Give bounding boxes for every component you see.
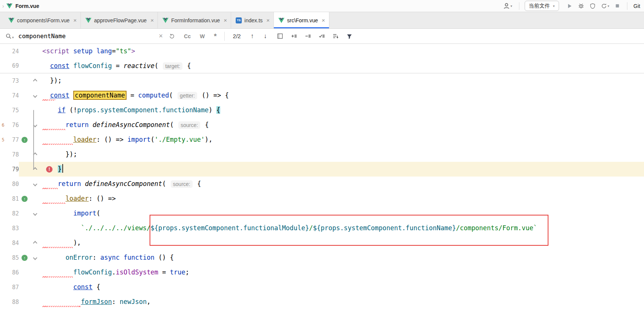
code-text[interactable]: if (!props.systemComponent.functionName)… bbox=[40, 103, 644, 118]
line-number[interactable]: 82 bbox=[6, 206, 19, 221]
code-text[interactable]: <script setup lang="ts"> bbox=[40, 44, 644, 59]
tab-forminformation-vue[interactable]: FormInformation.vue× bbox=[158, 12, 231, 28]
whole-words-toggle[interactable]: W bbox=[200, 33, 205, 39]
match-case-toggle[interactable]: Cc bbox=[184, 33, 191, 39]
code-line-75[interactable]: 75 if (!props.systemComponent.functionNa… bbox=[0, 103, 644, 118]
code-text[interactable]: }); bbox=[40, 147, 644, 162]
line-number[interactable]: 88 bbox=[6, 294, 19, 309]
line-number[interactable]: 86 bbox=[6, 265, 19, 280]
code-line-81[interactable]: 81↑ loader: () => bbox=[0, 191, 644, 206]
implemented-gutter-icon[interactable]: ↑ bbox=[22, 137, 28, 143]
tab-label: src\Form.vue bbox=[287, 17, 318, 23]
code-text[interactable]: loader: () => bbox=[40, 191, 644, 206]
fold-up-icon[interactable] bbox=[33, 241, 37, 245]
code-line-69[interactable]: 69 const flowConfig = reactive( target: … bbox=[0, 59, 644, 73]
line-number[interactable]: 79 bbox=[6, 162, 19, 177]
code-line-86[interactable]: 86 flowConfig.isOldSystem = true; bbox=[0, 265, 644, 280]
line-number[interactable]: 78 bbox=[6, 147, 19, 162]
search-icon[interactable]: ▾ bbox=[5, 33, 14, 39]
previous-match-button[interactable]: ↑ bbox=[250, 33, 254, 40]
implemented-gutter-icon[interactable]: ↑ bbox=[22, 196, 28, 202]
line-number[interactable]: 80 bbox=[6, 177, 19, 191]
code-text[interactable]: `./../../../views/${props.systemComponen… bbox=[40, 221, 644, 236]
remove-occurrence-icon[interactable] bbox=[304, 33, 311, 39]
user-account-button[interactable]: ▾ bbox=[502, 2, 514, 11]
code-text[interactable]: const { bbox=[40, 280, 644, 294]
fold-down-icon[interactable] bbox=[33, 256, 37, 260]
fold-slot bbox=[30, 79, 40, 82]
code-text[interactable]: }); bbox=[40, 73, 644, 88]
line-number[interactable]: 85 bbox=[6, 250, 19, 265]
code-line-74[interactable]: 74 const componentName = computed( gette… bbox=[0, 88, 644, 103]
code-line-79[interactable]: 79 }! bbox=[0, 162, 644, 177]
next-match-button[interactable]: ↓ bbox=[264, 33, 267, 40]
code-line-85[interactable]: 85↑ onError: async function () { bbox=[0, 250, 644, 265]
code-line-84[interactable]: 84 ), bbox=[0, 236, 644, 250]
error-gutter-icon[interactable]: ! bbox=[46, 166, 53, 172]
stop-button[interactable] bbox=[613, 2, 622, 10]
fold-up-icon[interactable] bbox=[33, 79, 37, 83]
code-line-83[interactable]: 83 `./../../../views/${props.systemCompo… bbox=[0, 221, 644, 236]
tab-close-icon[interactable]: × bbox=[266, 17, 270, 23]
search-history-icon[interactable] bbox=[169, 33, 175, 39]
code-text[interactable]: } bbox=[40, 162, 644, 177]
code-text[interactable]: return defineAsyncComponent( source: { bbox=[40, 118, 644, 132]
code-line-78[interactable]: 78 }); bbox=[0, 147, 644, 162]
tab-src-form-vue[interactable]: src\Form.vue× bbox=[274, 12, 329, 28]
line-number[interactable]: 83 bbox=[6, 221, 19, 236]
code-line-87[interactable]: 87 const { bbox=[0, 280, 644, 294]
line-number[interactable]: 77 bbox=[6, 132, 19, 147]
code-line-77[interactable]: 577↑ loader: () => import('./Empty.vue')… bbox=[0, 132, 644, 147]
fold-down-icon[interactable] bbox=[33, 182, 37, 186]
code-text[interactable]: formJson: newJson, bbox=[40, 294, 644, 309]
coverage-button[interactable] bbox=[588, 2, 597, 10]
code-line-76[interactable]: 676 return defineAsyncComponent( source:… bbox=[0, 118, 644, 132]
run-button[interactable] bbox=[565, 2, 574, 10]
line-number[interactable]: 74 bbox=[6, 88, 19, 103]
line-number[interactable]: 84 bbox=[6, 236, 19, 250]
line-number[interactable]: 75 bbox=[6, 103, 19, 118]
implemented-gutter-icon[interactable]: ↑ bbox=[22, 255, 28, 261]
code-line-82[interactable]: 82 import( bbox=[0, 206, 644, 221]
code-text[interactable]: import( bbox=[40, 206, 644, 221]
fold-down-icon[interactable] bbox=[33, 211, 37, 215]
debug-button[interactable] bbox=[576, 2, 586, 10]
code-text[interactable]: onError: async function () { bbox=[40, 250, 644, 265]
regex-toggle[interactable]: * bbox=[214, 32, 216, 40]
select-all-occurrences-icon[interactable] bbox=[318, 33, 325, 39]
tab-index-ts[interactable]: TSindex.ts× bbox=[231, 12, 274, 28]
code-line-73[interactable]: 73 }); bbox=[0, 73, 644, 88]
code-line-80[interactable]: 80 return defineAsyncComponent( source: … bbox=[0, 177, 644, 191]
code-line-24[interactable]: 24<script setup lang="ts"> bbox=[0, 44, 644, 59]
run-config-selector[interactable]: 当前文件 ▾ bbox=[525, 1, 559, 11]
search-filter-icon[interactable] bbox=[346, 33, 352, 39]
code-text[interactable]: const flowConfig = reactive( target: { bbox=[40, 59, 644, 73]
tab-components-form-vue[interactable]: components\Form.vue× bbox=[4, 12, 81, 28]
restart-button[interactable]: ▾ bbox=[599, 2, 611, 10]
editor[interactable]: 24<script setup lang="ts">69 const flowC… bbox=[0, 44, 644, 309]
code-text[interactable]: return defineAsyncComponent( source: { bbox=[40, 177, 644, 191]
clear-search-icon[interactable]: × bbox=[159, 32, 163, 40]
code-text[interactable]: ), bbox=[40, 236, 644, 250]
code-text[interactable]: flowConfig.isOldSystem = true; bbox=[40, 265, 644, 280]
search-input[interactable]: componentName bbox=[19, 33, 159, 40]
fold-down-icon[interactable] bbox=[33, 93, 37, 98]
open-results-window-icon[interactable] bbox=[277, 33, 283, 39]
code-text[interactable]: const componentName = computed( getter: … bbox=[40, 88, 644, 103]
filter-lines-icon[interactable] bbox=[332, 33, 339, 39]
line-number[interactable]: 24 bbox=[6, 44, 19, 59]
tab-close-icon[interactable]: × bbox=[73, 17, 77, 23]
line-number[interactable]: 73 bbox=[6, 73, 19, 88]
line-number[interactable]: 69 bbox=[6, 59, 19, 73]
line-number[interactable]: 87 bbox=[6, 280, 19, 294]
line-number[interactable]: 81 bbox=[6, 191, 19, 206]
add-occurrence-icon[interactable] bbox=[290, 33, 297, 39]
tab-close-icon[interactable]: × bbox=[150, 17, 154, 23]
tab-close-icon[interactable]: × bbox=[224, 17, 227, 23]
tab-close-icon[interactable]: × bbox=[322, 17, 325, 23]
code-line-88[interactable]: 88 formJson: newJson, bbox=[0, 294, 644, 309]
code-text[interactable]: loader: () => import('./Empty.vue'), bbox=[40, 132, 644, 147]
tab-approveflowpage-vue[interactable]: approveFlowPage.vue× bbox=[81, 12, 158, 28]
line-number[interactable]: 76 bbox=[6, 118, 19, 132]
git-menu[interactable]: Git bbox=[633, 3, 640, 9]
